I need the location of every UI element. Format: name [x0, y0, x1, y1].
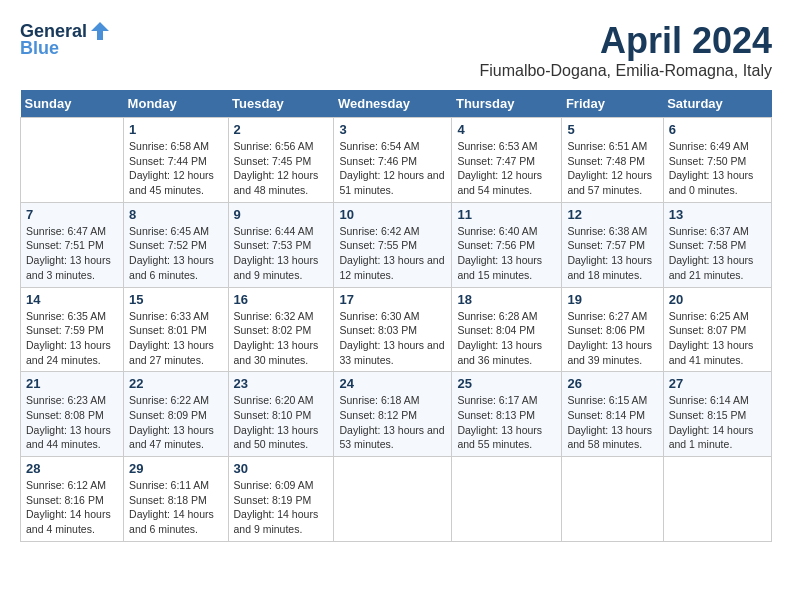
day-info: Sunrise: 6:38 AMSunset: 7:57 PMDaylight:…: [567, 224, 657, 283]
day-number: 23: [234, 376, 329, 391]
day-info: Sunrise: 6:53 AMSunset: 7:47 PMDaylight:…: [457, 139, 556, 198]
calendar-week-row: 7 Sunrise: 6:47 AMSunset: 7:51 PMDayligh…: [21, 202, 772, 287]
table-row: 17 Sunrise: 6:30 AMSunset: 8:03 PMDaylig…: [334, 287, 452, 372]
day-info: Sunrise: 6:35 AMSunset: 7:59 PMDaylight:…: [26, 309, 118, 368]
table-row: 16 Sunrise: 6:32 AMSunset: 8:02 PMDaylig…: [228, 287, 334, 372]
table-row: 27 Sunrise: 6:14 AMSunset: 8:15 PMDaylig…: [663, 372, 771, 457]
header-tuesday: Tuesday: [228, 90, 334, 118]
table-row: 6 Sunrise: 6:49 AMSunset: 7:50 PMDayligh…: [663, 118, 771, 203]
calendar-week-row: 21 Sunrise: 6:23 AMSunset: 8:08 PMDaylig…: [21, 372, 772, 457]
day-info: Sunrise: 6:37 AMSunset: 7:58 PMDaylight:…: [669, 224, 766, 283]
table-row: [21, 118, 124, 203]
day-number: 17: [339, 292, 446, 307]
table-row: 7 Sunrise: 6:47 AMSunset: 7:51 PMDayligh…: [21, 202, 124, 287]
day-number: 28: [26, 461, 118, 476]
day-number: 16: [234, 292, 329, 307]
calendar-week-row: 28 Sunrise: 6:12 AMSunset: 8:16 PMDaylig…: [21, 457, 772, 542]
logo-bird-icon: [89, 20, 111, 42]
day-info: Sunrise: 6:14 AMSunset: 8:15 PMDaylight:…: [669, 393, 766, 452]
title-section: April 2024 Fiumalbo-Dogana, Emilia-Romag…: [479, 20, 772, 80]
day-number: 30: [234, 461, 329, 476]
day-number: 20: [669, 292, 766, 307]
day-info: Sunrise: 6:40 AMSunset: 7:56 PMDaylight:…: [457, 224, 556, 283]
day-number: 18: [457, 292, 556, 307]
day-number: 13: [669, 207, 766, 222]
calendar-subtitle: Fiumalbo-Dogana, Emilia-Romagna, Italy: [479, 62, 772, 80]
day-number: 11: [457, 207, 556, 222]
table-row: 9 Sunrise: 6:44 AMSunset: 7:53 PMDayligh…: [228, 202, 334, 287]
table-row: 12 Sunrise: 6:38 AMSunset: 7:57 PMDaylig…: [562, 202, 663, 287]
day-info: Sunrise: 6:18 AMSunset: 8:12 PMDaylight:…: [339, 393, 446, 452]
day-info: Sunrise: 6:27 AMSunset: 8:06 PMDaylight:…: [567, 309, 657, 368]
day-info: Sunrise: 6:32 AMSunset: 8:02 PMDaylight:…: [234, 309, 329, 368]
day-number: 26: [567, 376, 657, 391]
header-thursday: Thursday: [452, 90, 562, 118]
table-row: 3 Sunrise: 6:54 AMSunset: 7:46 PMDayligh…: [334, 118, 452, 203]
day-info: Sunrise: 6:56 AMSunset: 7:45 PMDaylight:…: [234, 139, 329, 198]
table-row: 22 Sunrise: 6:22 AMSunset: 8:09 PMDaylig…: [124, 372, 228, 457]
calendar-title: April 2024: [479, 20, 772, 62]
table-row: 15 Sunrise: 6:33 AMSunset: 8:01 PMDaylig…: [124, 287, 228, 372]
table-row: 26 Sunrise: 6:15 AMSunset: 8:14 PMDaylig…: [562, 372, 663, 457]
day-info: Sunrise: 6:49 AMSunset: 7:50 PMDaylight:…: [669, 139, 766, 198]
day-info: Sunrise: 6:58 AMSunset: 7:44 PMDaylight:…: [129, 139, 222, 198]
day-info: Sunrise: 6:25 AMSunset: 8:07 PMDaylight:…: [669, 309, 766, 368]
table-row: 25 Sunrise: 6:17 AMSunset: 8:13 PMDaylig…: [452, 372, 562, 457]
table-row: 28 Sunrise: 6:12 AMSunset: 8:16 PMDaylig…: [21, 457, 124, 542]
weekday-header-row: Sunday Monday Tuesday Wednesday Thursday…: [21, 90, 772, 118]
table-row: 8 Sunrise: 6:45 AMSunset: 7:52 PMDayligh…: [124, 202, 228, 287]
day-number: 6: [669, 122, 766, 137]
table-row: [334, 457, 452, 542]
day-number: 24: [339, 376, 446, 391]
day-info: Sunrise: 6:42 AMSunset: 7:55 PMDaylight:…: [339, 224, 446, 283]
table-row: [663, 457, 771, 542]
day-info: Sunrise: 6:20 AMSunset: 8:10 PMDaylight:…: [234, 393, 329, 452]
day-info: Sunrise: 6:11 AMSunset: 8:18 PMDaylight:…: [129, 478, 222, 537]
header-sunday: Sunday: [21, 90, 124, 118]
day-info: Sunrise: 6:17 AMSunset: 8:13 PMDaylight:…: [457, 393, 556, 452]
logo-blue: Blue: [20, 38, 59, 59]
day-number: 4: [457, 122, 556, 137]
day-info: Sunrise: 6:09 AMSunset: 8:19 PMDaylight:…: [234, 478, 329, 537]
calendar-week-row: 14 Sunrise: 6:35 AMSunset: 7:59 PMDaylig…: [21, 287, 772, 372]
table-row: 30 Sunrise: 6:09 AMSunset: 8:19 PMDaylig…: [228, 457, 334, 542]
table-row: 14 Sunrise: 6:35 AMSunset: 7:59 PMDaylig…: [21, 287, 124, 372]
day-number: 5: [567, 122, 657, 137]
day-info: Sunrise: 6:23 AMSunset: 8:08 PMDaylight:…: [26, 393, 118, 452]
table-row: 4 Sunrise: 6:53 AMSunset: 7:47 PMDayligh…: [452, 118, 562, 203]
day-info: Sunrise: 6:51 AMSunset: 7:48 PMDaylight:…: [567, 139, 657, 198]
table-row: 18 Sunrise: 6:28 AMSunset: 8:04 PMDaylig…: [452, 287, 562, 372]
table-row: 29 Sunrise: 6:11 AMSunset: 8:18 PMDaylig…: [124, 457, 228, 542]
day-info: Sunrise: 6:44 AMSunset: 7:53 PMDaylight:…: [234, 224, 329, 283]
day-number: 10: [339, 207, 446, 222]
day-number: 14: [26, 292, 118, 307]
day-number: 9: [234, 207, 329, 222]
day-number: 29: [129, 461, 222, 476]
table-row: 21 Sunrise: 6:23 AMSunset: 8:08 PMDaylig…: [21, 372, 124, 457]
logo: General Blue: [20, 20, 111, 59]
day-number: 19: [567, 292, 657, 307]
table-row: 24 Sunrise: 6:18 AMSunset: 8:12 PMDaylig…: [334, 372, 452, 457]
table-row: 13 Sunrise: 6:37 AMSunset: 7:58 PMDaylig…: [663, 202, 771, 287]
table-row: 20 Sunrise: 6:25 AMSunset: 8:07 PMDaylig…: [663, 287, 771, 372]
header-saturday: Saturday: [663, 90, 771, 118]
day-number: 3: [339, 122, 446, 137]
calendar-week-row: 1 Sunrise: 6:58 AMSunset: 7:44 PMDayligh…: [21, 118, 772, 203]
table-row: 10 Sunrise: 6:42 AMSunset: 7:55 PMDaylig…: [334, 202, 452, 287]
day-info: Sunrise: 6:47 AMSunset: 7:51 PMDaylight:…: [26, 224, 118, 283]
svg-marker-0: [91, 22, 109, 40]
day-number: 8: [129, 207, 222, 222]
day-number: 15: [129, 292, 222, 307]
table-row: 5 Sunrise: 6:51 AMSunset: 7:48 PMDayligh…: [562, 118, 663, 203]
table-row: 19 Sunrise: 6:27 AMSunset: 8:06 PMDaylig…: [562, 287, 663, 372]
table-row: 2 Sunrise: 6:56 AMSunset: 7:45 PMDayligh…: [228, 118, 334, 203]
calendar-table: Sunday Monday Tuesday Wednesday Thursday…: [20, 90, 772, 542]
day-number: 21: [26, 376, 118, 391]
day-info: Sunrise: 6:45 AMSunset: 7:52 PMDaylight:…: [129, 224, 222, 283]
header-monday: Monday: [124, 90, 228, 118]
day-info: Sunrise: 6:54 AMSunset: 7:46 PMDaylight:…: [339, 139, 446, 198]
day-info: Sunrise: 6:12 AMSunset: 8:16 PMDaylight:…: [26, 478, 118, 537]
day-info: Sunrise: 6:22 AMSunset: 8:09 PMDaylight:…: [129, 393, 222, 452]
table-row: 23 Sunrise: 6:20 AMSunset: 8:10 PMDaylig…: [228, 372, 334, 457]
table-row: [562, 457, 663, 542]
